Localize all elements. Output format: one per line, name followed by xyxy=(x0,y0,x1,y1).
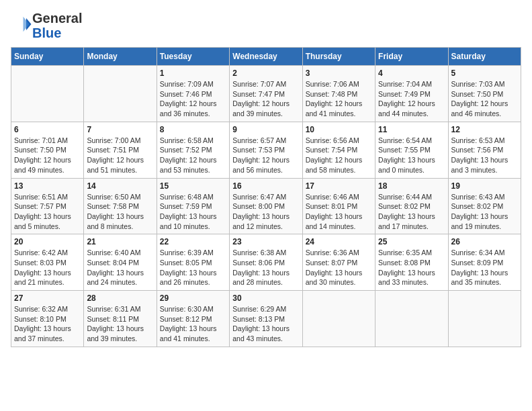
day-number: 21 xyxy=(87,237,153,246)
day-number: 12 xyxy=(451,125,518,134)
day-info: Sunrise: 6:36 AM Sunset: 8:07 PM Dayligh… xyxy=(306,248,372,287)
logo: General Blue xyxy=(11,11,82,40)
day-info: Sunrise: 7:00 AM Sunset: 7:51 PM Dayligh… xyxy=(87,136,153,175)
day-number: 24 xyxy=(306,237,372,246)
calendar-cell: 18Sunrise: 6:44 AM Sunset: 8:02 PM Dayli… xyxy=(375,178,448,234)
day-info: Sunrise: 6:46 AM Sunset: 8:01 PM Dayligh… xyxy=(306,192,372,232)
calendar-cell: 10Sunrise: 6:56 AM Sunset: 7:54 PM Dayli… xyxy=(302,122,375,178)
day-info: Sunrise: 6:32 AM Sunset: 8:10 PM Dayligh… xyxy=(14,304,81,344)
day-number: 7 xyxy=(87,125,153,134)
calendar-cell: 26Sunrise: 6:34 AM Sunset: 8:09 PM Dayli… xyxy=(448,234,521,291)
day-info: Sunrise: 6:40 AM Sunset: 8:04 PM Dayligh… xyxy=(87,248,153,287)
day-number: 5 xyxy=(451,68,518,78)
calendar-cell: 22Sunrise: 6:39 AM Sunset: 8:05 PM Dayli… xyxy=(157,234,229,291)
calendar-cell: 4Sunrise: 7:04 AM Sunset: 7:49 PM Daylig… xyxy=(375,66,448,122)
calendar-cell: 11Sunrise: 6:54 AM Sunset: 7:55 PM Dayli… xyxy=(375,122,448,178)
calendar-table: SundayMondayTuesdayWednesdayThursdayFrid… xyxy=(11,47,521,347)
calendar-cell: 24Sunrise: 6:36 AM Sunset: 8:07 PM Dayli… xyxy=(302,234,375,291)
calendar-cell: 30Sunrise: 6:29 AM Sunset: 8:13 PM Dayli… xyxy=(230,291,302,347)
calendar-week-3: 13Sunrise: 6:51 AM Sunset: 7:57 PM Dayli… xyxy=(11,178,521,234)
day-info: Sunrise: 6:50 AM Sunset: 7:58 PM Dayligh… xyxy=(87,192,153,232)
day-info: Sunrise: 6:48 AM Sunset: 7:59 PM Dayligh… xyxy=(160,192,226,232)
day-number: 18 xyxy=(378,181,445,191)
day-number: 30 xyxy=(232,293,299,303)
day-info: Sunrise: 6:51 AM Sunset: 7:57 PM Dayligh… xyxy=(14,192,81,232)
day-number: 8 xyxy=(160,125,226,134)
day-number: 19 xyxy=(451,181,518,191)
day-number: 2 xyxy=(232,68,299,78)
day-number: 13 xyxy=(14,181,81,191)
day-number: 26 xyxy=(451,237,518,246)
day-info: Sunrise: 6:43 AM Sunset: 8:02 PM Dayligh… xyxy=(451,192,518,232)
day-number: 3 xyxy=(306,68,372,78)
logo-text: General Blue xyxy=(32,11,82,40)
calendar-cell: 17Sunrise: 6:46 AM Sunset: 8:01 PM Dayli… xyxy=(302,178,375,234)
day-number: 22 xyxy=(160,237,226,246)
col-header-monday: Monday xyxy=(84,48,157,66)
day-number: 4 xyxy=(378,68,445,78)
day-number: 29 xyxy=(160,293,226,303)
logo-icon xyxy=(12,14,32,34)
calendar-cell: 29Sunrise: 6:30 AM Sunset: 8:12 PM Dayli… xyxy=(157,291,229,347)
day-number: 16 xyxy=(232,181,299,191)
calendar-week-4: 20Sunrise: 6:42 AM Sunset: 8:03 PM Dayli… xyxy=(11,234,521,291)
day-info: Sunrise: 6:42 AM Sunset: 8:03 PM Dayligh… xyxy=(14,248,81,287)
calendar-cell: 23Sunrise: 6:38 AM Sunset: 8:06 PM Dayli… xyxy=(230,234,302,291)
day-number: 14 xyxy=(87,181,153,191)
calendar-cell xyxy=(375,291,448,347)
day-number: 17 xyxy=(306,181,372,191)
calendar-header-row: SundayMondayTuesdayWednesdayThursdayFrid… xyxy=(11,48,521,66)
day-info: Sunrise: 6:39 AM Sunset: 8:05 PM Dayligh… xyxy=(160,248,226,287)
col-header-thursday: Thursday xyxy=(302,48,375,66)
day-info: Sunrise: 7:01 AM Sunset: 7:50 PM Dayligh… xyxy=(14,136,81,175)
day-info: Sunrise: 6:30 AM Sunset: 8:12 PM Dayligh… xyxy=(160,304,226,344)
day-info: Sunrise: 6:53 AM Sunset: 7:56 PM Dayligh… xyxy=(451,136,518,175)
day-info: Sunrise: 6:57 AM Sunset: 7:53 PM Dayligh… xyxy=(232,136,299,175)
calendar-cell xyxy=(302,291,375,347)
day-number: 9 xyxy=(232,125,299,134)
day-number: 28 xyxy=(87,293,153,303)
calendar-week-5: 27Sunrise: 6:32 AM Sunset: 8:10 PM Dayli… xyxy=(11,291,521,347)
calendar-cell: 6Sunrise: 7:01 AM Sunset: 7:50 PM Daylig… xyxy=(11,122,84,178)
day-info: Sunrise: 6:44 AM Sunset: 8:02 PM Dayligh… xyxy=(378,192,445,232)
calendar-cell: 1Sunrise: 7:09 AM Sunset: 7:46 PM Daylig… xyxy=(157,66,229,122)
calendar-cell: 13Sunrise: 6:51 AM Sunset: 7:57 PM Dayli… xyxy=(11,178,84,234)
calendar-cell xyxy=(84,66,157,122)
col-header-wednesday: Wednesday xyxy=(230,48,302,66)
calendar-week-1: 1Sunrise: 7:09 AM Sunset: 7:46 PM Daylig… xyxy=(11,66,521,122)
calendar-body: 1Sunrise: 7:09 AM Sunset: 7:46 PM Daylig… xyxy=(11,66,521,347)
day-info: Sunrise: 7:04 AM Sunset: 7:49 PM Dayligh… xyxy=(378,79,445,119)
calendar-cell xyxy=(448,291,521,347)
day-number: 15 xyxy=(160,181,226,191)
day-info: Sunrise: 6:29 AM Sunset: 8:13 PM Dayligh… xyxy=(232,304,299,344)
day-number: 11 xyxy=(378,125,445,134)
calendar-cell: 2Sunrise: 7:07 AM Sunset: 7:47 PM Daylig… xyxy=(230,66,302,122)
day-info: Sunrise: 7:09 AM Sunset: 7:46 PM Dayligh… xyxy=(160,79,226,119)
calendar-cell: 28Sunrise: 6:31 AM Sunset: 8:11 PM Dayli… xyxy=(84,291,157,347)
calendar-cell: 5Sunrise: 7:03 AM Sunset: 7:50 PM Daylig… xyxy=(448,66,521,122)
day-info: Sunrise: 7:06 AM Sunset: 7:48 PM Dayligh… xyxy=(306,79,372,119)
calendar-cell: 16Sunrise: 6:47 AM Sunset: 8:00 PM Dayli… xyxy=(230,178,302,234)
col-header-saturday: Saturday xyxy=(448,48,521,66)
calendar-cell: 20Sunrise: 6:42 AM Sunset: 8:03 PM Dayli… xyxy=(11,234,84,291)
day-info: Sunrise: 6:56 AM Sunset: 7:54 PM Dayligh… xyxy=(306,136,372,175)
calendar-week-2: 6Sunrise: 7:01 AM Sunset: 7:50 PM Daylig… xyxy=(11,122,521,178)
day-number: 1 xyxy=(160,68,226,78)
day-info: Sunrise: 6:38 AM Sunset: 8:06 PM Dayligh… xyxy=(232,248,299,287)
col-header-tuesday: Tuesday xyxy=(157,48,229,66)
day-info: Sunrise: 7:07 AM Sunset: 7:47 PM Dayligh… xyxy=(232,79,299,119)
calendar-cell: 8Sunrise: 6:58 AM Sunset: 7:52 PM Daylig… xyxy=(157,122,229,178)
day-info: Sunrise: 6:35 AM Sunset: 8:08 PM Dayligh… xyxy=(378,248,445,287)
day-info: Sunrise: 6:54 AM Sunset: 7:55 PM Dayligh… xyxy=(378,136,445,175)
calendar-cell: 9Sunrise: 6:57 AM Sunset: 7:53 PM Daylig… xyxy=(230,122,302,178)
day-number: 20 xyxy=(14,237,81,246)
day-number: 27 xyxy=(14,293,81,303)
calendar-cell: 21Sunrise: 6:40 AM Sunset: 8:04 PM Dayli… xyxy=(84,234,157,291)
calendar-cell: 12Sunrise: 6:53 AM Sunset: 7:56 PM Dayli… xyxy=(448,122,521,178)
calendar-cell: 7Sunrise: 7:00 AM Sunset: 7:51 PM Daylig… xyxy=(84,122,157,178)
col-header-sunday: Sunday xyxy=(11,48,84,66)
day-number: 23 xyxy=(232,237,299,246)
page-header: General Blue xyxy=(11,11,521,40)
day-number: 25 xyxy=(378,237,445,246)
day-info: Sunrise: 6:31 AM Sunset: 8:11 PM Dayligh… xyxy=(87,304,153,344)
